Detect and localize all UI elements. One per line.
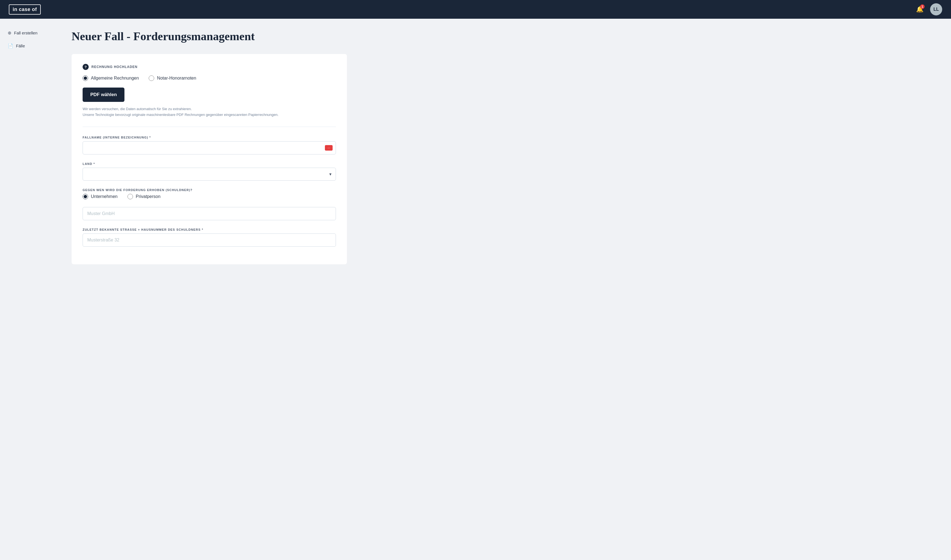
radio-privatperson-input[interactable] bbox=[128, 194, 133, 199]
notification-badge: 1 bbox=[920, 5, 925, 9]
schuldner-label: GEGEN WEN WIRD DIE FORDERUNG ERHOBEN (SC… bbox=[83, 188, 336, 192]
sidebar: ⊕ Fall erstellen 📄 Fälle bbox=[0, 19, 61, 560]
sidebar-item-faelle[interactable]: 📄 Fälle bbox=[6, 40, 55, 51]
page-title: Neuer Fall - Forderungsmanagement bbox=[72, 30, 347, 43]
page-layout: ⊕ Fall erstellen 📄 Fälle Neuer Fall - Fo… bbox=[0, 0, 951, 560]
sidebar-label-fall-erstellen: Fall erstellen bbox=[14, 31, 37, 35]
logo: in case of bbox=[9, 5, 41, 15]
avatar-button[interactable]: LL bbox=[930, 3, 942, 15]
strasse-input[interactable] bbox=[83, 234, 336, 247]
rechnung-radio-group: Allgemeine Rechnungen Notar-Honorarnoten bbox=[83, 75, 336, 81]
document-icon: 📄 bbox=[8, 43, 13, 48]
fallname-badge: ··· bbox=[325, 145, 332, 151]
pdf-button[interactable]: PDF wählen bbox=[83, 88, 125, 102]
radio-allgemeine-label: Allgemeine Rechnungen bbox=[91, 76, 139, 81]
radio-unternehmen-label: Unternehmen bbox=[91, 194, 118, 199]
land-field-group: LAND * ▾ bbox=[83, 162, 336, 181]
pdf-hint-line2: Unsere Technologie bevorzugt originale m… bbox=[83, 112, 279, 117]
main-content: Neuer Fall - Forderungsmanagement ? RECH… bbox=[61, 19, 363, 560]
schuldner-name-input[interactable] bbox=[83, 207, 336, 220]
land-select[interactable] bbox=[83, 168, 336, 181]
fallname-label: FALLNAME (INTERNE BEZEICHNUNG) * bbox=[83, 136, 336, 139]
strasse-label: ZULETZT BEKANNTE STRASSE + HAUSNUMMER DE… bbox=[83, 228, 336, 231]
radio-unternehmen-input[interactable] bbox=[83, 194, 88, 199]
radio-allgemeine-input[interactable] bbox=[83, 75, 88, 81]
radio-notar-honorarnoten[interactable]: Notar-Honorarnoten bbox=[149, 75, 196, 81]
land-select-wrapper: ▾ bbox=[83, 168, 336, 181]
rechnung-section-header: ? RECHNUNG HOCHLADEN bbox=[83, 64, 336, 70]
radio-notar-label: Notar-Honorarnoten bbox=[157, 76, 196, 81]
pdf-hint: Wir werden versuchen, die Daten automati… bbox=[83, 106, 336, 118]
avatar-initials: LL bbox=[933, 7, 939, 12]
land-label: LAND * bbox=[83, 162, 336, 165]
rechnung-icon: ? bbox=[83, 64, 89, 70]
schuldner-section: GEGEN WEN WIRD DIE FORDERUNG ERHOBEN (SC… bbox=[83, 188, 336, 199]
schuldner-radio-group: Unternehmen Privatperson bbox=[83, 194, 336, 199]
sidebar-label-faelle: Fälle bbox=[16, 43, 25, 48]
fallname-input[interactable] bbox=[83, 141, 336, 154]
header: in case of 🔔 1 LL bbox=[0, 0, 951, 19]
pdf-hint-line1: Wir werden versuchen, die Daten automati… bbox=[83, 107, 192, 111]
fallname-input-wrapper: ··· bbox=[83, 141, 336, 154]
radio-privatperson-label: Privatperson bbox=[136, 194, 160, 199]
schuldner-name-field-group bbox=[83, 207, 336, 220]
circle-plus-icon: ⊕ bbox=[8, 30, 11, 35]
rechnung-section: ? RECHNUNG HOCHLADEN Allgemeine Rechnung… bbox=[72, 54, 347, 264]
radio-unternehmen[interactable]: Unternehmen bbox=[83, 194, 118, 199]
rechnung-section-label: RECHNUNG HOCHLADEN bbox=[91, 65, 137, 69]
sidebar-item-fall-erstellen[interactable]: ⊕ Fall erstellen bbox=[6, 28, 55, 38]
strasse-field-group: ZULETZT BEKANNTE STRASSE + HAUSNUMMER DE… bbox=[83, 228, 336, 247]
fallname-field-group: FALLNAME (INTERNE BEZEICHNUNG) * ··· bbox=[83, 136, 336, 154]
notification-button[interactable]: 🔔 1 bbox=[915, 5, 925, 14]
header-right: 🔔 1 LL bbox=[915, 3, 942, 15]
radio-privatperson[interactable]: Privatperson bbox=[128, 194, 160, 199]
radio-allgemeine-rechnungen[interactable]: Allgemeine Rechnungen bbox=[83, 75, 139, 81]
radio-notar-input[interactable] bbox=[149, 75, 154, 81]
